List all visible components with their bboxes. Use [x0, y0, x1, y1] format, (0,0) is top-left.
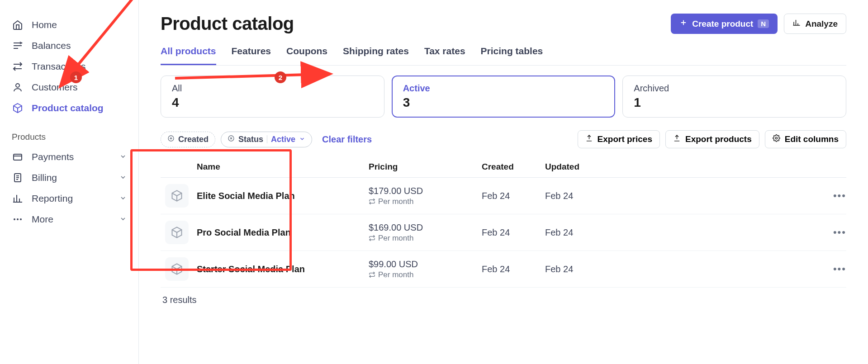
export-products-button[interactable]: Export products [665, 130, 759, 148]
svg-rect-1 [14, 154, 22, 160]
sidebar-item-home[interactable]: Home [9, 14, 129, 35]
tab-features[interactable]: Features [232, 44, 271, 65]
export-icon [585, 134, 593, 144]
table-row[interactable]: Starter Social Media Plan$99.00 USDPer m… [161, 251, 846, 288]
stat-card-all[interactable]: All4 [161, 76, 384, 118]
price-period: Per month [369, 270, 482, 279]
sidebar-item-billing[interactable]: Billing [9, 167, 129, 188]
reporting-icon [12, 193, 24, 204]
created-date: Feb 24 [482, 227, 545, 238]
sidebar-item-customers[interactable]: Customers [9, 77, 129, 98]
tab-coupons[interactable]: Coupons [286, 44, 327, 65]
updated-date: Feb 24 [545, 191, 819, 201]
catalog-icon [12, 102, 24, 114]
price-period: Per month [369, 234, 482, 243]
more-icon [12, 213, 24, 225]
analyze-button[interactable]: Analyze [784, 14, 846, 34]
svg-point-8 [775, 137, 777, 139]
product-icon [165, 257, 189, 281]
results-count: 3 results [161, 288, 846, 312]
plus-icon [679, 19, 688, 29]
table-header: Name Pricing Created Updated [161, 156, 846, 178]
sidebar-item-label: Product catalog [32, 103, 104, 113]
tab-all-products[interactable]: All products [161, 44, 216, 65]
created-date: Feb 24 [482, 191, 545, 201]
col-updated: Updated [545, 162, 819, 172]
chevron-down-icon [119, 214, 127, 225]
created-date: Feb 24 [482, 264, 545, 274]
sidebar-item-label: Reporting [32, 193, 73, 204]
sidebar-item-label: Home [32, 19, 57, 30]
tab-shipping-rates[interactable]: Shipping rates [343, 44, 409, 65]
sidebar-item-product-catalog[interactable]: Product catalog [9, 98, 129, 118]
col-name: Name [197, 162, 369, 172]
tab-tax-rates[interactable]: Tax rates [424, 44, 465, 65]
sidebar-item-label: Billing [32, 172, 57, 183]
table-row[interactable]: Elite Social Media Plan$179.00 USDPer mo… [161, 178, 846, 214]
customers-icon [12, 81, 24, 93]
price-amount: $179.00 USD [369, 186, 482, 196]
price-period: Per month [369, 197, 482, 206]
chevron-down-icon [119, 151, 127, 162]
sidebar-item-more[interactable]: More [9, 209, 129, 230]
stat-card-archived[interactable]: Archived1 [622, 76, 846, 118]
sidebar-item-label: Balances [32, 40, 71, 51]
stat-value: 4 [172, 95, 373, 110]
stat-label: All [172, 83, 373, 94]
stat-label: Active [403, 83, 604, 94]
svg-point-5 [20, 218, 22, 220]
billing-icon [12, 172, 24, 184]
more-icon[interactable]: ••• [833, 190, 846, 201]
price-amount: $169.00 USD [369, 222, 482, 233]
main-content: Product catalog Create product N Analyze… [139, 0, 868, 364]
balances-icon [12, 40, 24, 52]
gear-icon [773, 134, 780, 144]
svg-point-0 [16, 84, 19, 87]
chevron-down-icon [299, 135, 305, 144]
sidebar-item-balances[interactable]: Balances [9, 35, 129, 56]
filter-chip-status[interactable]: Status Active [221, 132, 312, 147]
svg-point-4 [17, 218, 19, 220]
transactions-icon [12, 61, 24, 72]
create-product-label: Create product [692, 19, 753, 29]
more-icon[interactable]: ••• [833, 227, 846, 238]
stat-value: 1 [634, 95, 835, 110]
tab-pricing-tables[interactable]: Pricing tables [481, 44, 543, 65]
col-pricing: Pricing [369, 162, 482, 172]
sidebar-item-reporting[interactable]: Reporting [9, 188, 129, 209]
product-icon [165, 184, 189, 208]
chevron-down-icon [119, 172, 127, 183]
page-header: Product catalog Create product N Analyze [161, 14, 846, 34]
sidebar-item-payments[interactable]: Payments [9, 147, 129, 167]
updated-date: Feb 24 [545, 264, 819, 274]
home-icon [12, 19, 24, 31]
product-name: Starter Social Media Plan [197, 264, 369, 274]
export-prices-button[interactable]: Export prices [578, 130, 660, 148]
stat-card-active[interactable]: Active3 [392, 76, 616, 118]
stat-cards: All4Active3Archived1 [161, 76, 846, 118]
edit-columns-button[interactable]: Edit columns [765, 130, 846, 148]
svg-point-3 [14, 218, 15, 220]
updated-date: Feb 24 [545, 227, 819, 238]
sidebar-item-transactions[interactable]: Transactions [9, 56, 129, 77]
filter-chip-created[interactable]: Created [161, 132, 215, 147]
more-icon[interactable]: ••• [833, 263, 846, 274]
clear-filters-link[interactable]: Clear filters [322, 134, 372, 145]
sidebar-section-title: Products [9, 118, 129, 147]
plus-circle-icon [167, 135, 175, 144]
x-circle-icon [228, 135, 235, 144]
sidebar: HomeBalancesTransactionsCustomersProduct… [0, 0, 139, 364]
product-name: Pro Social Media Plan [197, 227, 369, 238]
filters-row: Created Status Active Clear filters Expo… [161, 130, 846, 148]
product-icon [165, 221, 189, 244]
sidebar-item-label: Customers [32, 82, 78, 93]
stat-value: 3 [403, 95, 604, 110]
payments-icon [12, 151, 24, 163]
chevron-down-icon [119, 193, 127, 204]
products-table: Name Pricing Created Updated Elite Socia… [161, 156, 846, 288]
create-product-button[interactable]: Create product N [671, 14, 778, 34]
table-row[interactable]: Pro Social Media Plan$169.00 USDPer mont… [161, 214, 846, 251]
analyze-label: Analyze [805, 19, 838, 29]
product-name: Elite Social Media Plan [197, 191, 369, 201]
col-created: Created [482, 162, 545, 172]
